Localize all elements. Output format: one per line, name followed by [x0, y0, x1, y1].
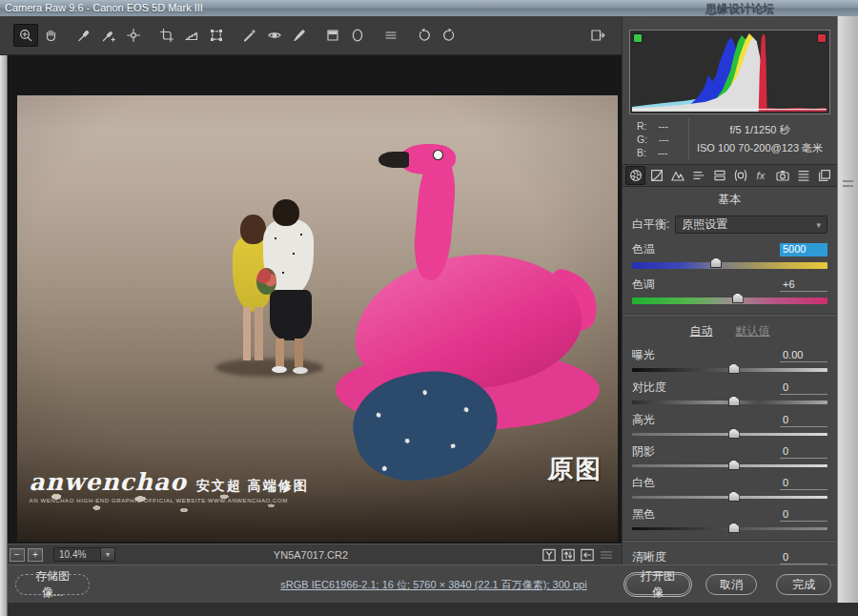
zoom-in-button[interactable]: +	[28, 548, 43, 562]
tab-camera-calibration-icon[interactable]	[772, 166, 792, 185]
window-bottom-edge	[0, 603, 858, 616]
woman-hair-graphic	[240, 215, 265, 243]
slider-value-field[interactable]: 0	[780, 508, 827, 522]
slider-track[interactable]	[632, 527, 827, 530]
panel-title: 基本	[623, 192, 837, 208]
white-balance-select[interactable]: 原照设置 ▾	[675, 216, 827, 234]
graduated-filter-icon[interactable]	[320, 24, 345, 47]
slider-track[interactable]	[632, 368, 827, 372]
rotate-left-icon[interactable]	[412, 24, 437, 47]
slider-thumb[interactable]	[728, 460, 740, 470]
targeted-adjustment-icon[interactable]	[121, 24, 146, 47]
preview-mode-icon[interactable]	[541, 547, 557, 562]
slider-value-field[interactable]: 0	[780, 381, 827, 395]
crop-icon[interactable]	[154, 24, 179, 47]
tab-snapshots-icon[interactable]	[814, 166, 834, 185]
highlight-clip-toggle[interactable]	[817, 33, 827, 43]
slider-track[interactable]	[632, 464, 827, 467]
slider-value-field[interactable]: 0	[780, 445, 827, 459]
zoom-level-select[interactable]: 10.4%	[53, 547, 101, 562]
rotate-right-icon[interactable]	[437, 24, 461, 47]
filename-label: YN5A7017.CR2	[274, 549, 348, 561]
histogram-chart	[630, 31, 829, 113]
slider-value-field[interactable]: 0	[780, 477, 827, 490]
tab-detail-icon[interactable]	[667, 166, 687, 185]
tone-sliders: 曝光0.00对比度0高光0阴影0白色0黑色0	[632, 347, 827, 530]
slider-value-field[interactable]: 0	[780, 551, 827, 565]
slider-track[interactable]	[632, 262, 827, 269]
slider-value-field[interactable]: +6	[780, 278, 827, 292]
scrollbar-grip[interactable]	[843, 180, 853, 187]
workflow-options-link[interactable]: sRGB IEC61966-2.1; 16 位; 5760 × 3840 (22…	[280, 578, 586, 592]
shadow-clip-toggle[interactable]	[633, 33, 643, 43]
tab-hsl-icon[interactable]	[688, 166, 708, 185]
aperture-shutter-label: f/5 1/1250 秒	[730, 123, 790, 137]
transform-icon[interactable]	[204, 24, 229, 47]
photo-preview[interactable]: 原图 anwenchao 安文超 高端修图 AN WENCHAO HIGH-EN…	[17, 95, 618, 542]
adjustment-brush-icon[interactable]	[287, 24, 312, 47]
camera-raw-window: Camera Raw 9.6 - Canon EOS 5D Mark III 思…	[0, 0, 858, 616]
open-image-button[interactable]: 打开图像	[625, 574, 690, 595]
slider-value-field[interactable]: 5000	[780, 243, 827, 257]
save-image-button[interactable]: 存储图像...	[15, 574, 90, 595]
slider-thumb[interactable]	[728, 491, 740, 502]
slider-label: 黑色	[632, 506, 655, 523]
slider-thumb[interactable]	[710, 257, 722, 268]
tab-basic-icon[interactable]	[625, 166, 645, 185]
panel-scrollbar[interactable]	[837, 16, 858, 603]
red-eye-icon[interactable]	[262, 24, 287, 47]
white-balance-label: 白平衡:	[632, 216, 669, 233]
tab-split-toning-icon[interactable]	[709, 166, 729, 185]
cancel-button[interactable]: 取消	[705, 574, 757, 595]
shooting-info: f/5 1/1250 秒 ISO 100 70-200@123 毫米	[688, 118, 830, 160]
color-sampler-icon[interactable]	[96, 24, 121, 47]
straighten-icon[interactable]	[179, 24, 204, 47]
slider-row: 对比度0	[632, 380, 827, 396]
title-bar[interactable]: Camera Raw 9.6 - Canon EOS 5D Mark III 思…	[0, 0, 858, 16]
adjustments-panel: R:--- G:--- B:--- f/5 1/1250 秒 ISO 100 7…	[622, 16, 837, 565]
slider-track[interactable]	[632, 400, 827, 404]
zoom-level-chevron-icon[interactable]: ▾	[101, 547, 115, 562]
preferences-icon[interactable]	[378, 24, 403, 47]
slider-track[interactable]	[632, 298, 827, 304]
auto-link[interactable]: 自动	[690, 323, 713, 339]
spot-removal-icon[interactable]	[237, 24, 262, 47]
svg-text:fx: fx	[756, 170, 765, 181]
hand-icon[interactable]	[38, 24, 63, 47]
couple-shadow-graphic	[215, 359, 323, 377]
swap-settings-icon[interactable]	[560, 547, 576, 562]
chevron-down-icon: ▾	[816, 220, 821, 230]
tab-presets-icon[interactable]	[793, 166, 813, 185]
histogram[interactable]	[629, 30, 830, 114]
slider-label: 曝光	[632, 347, 655, 363]
slider-thumb[interactable]	[728, 363, 740, 374]
slider-row: 阴影0	[632, 443, 827, 460]
tab-lens-corrections-icon[interactable]	[730, 166, 750, 185]
slider-label: 清晰度	[632, 549, 666, 565]
preview-menu-icon[interactable]	[598, 547, 614, 562]
copy-settings-icon[interactable]	[579, 547, 595, 562]
radial-filter-icon[interactable]	[345, 24, 370, 47]
woman-leg-graphic	[243, 307, 251, 360]
slider-track[interactable]	[632, 496, 827, 499]
toolbar	[0, 16, 622, 55]
divider	[623, 540, 837, 542]
slider-thumb[interactable]	[728, 523, 740, 533]
slider-value-field[interactable]: 0.00	[780, 349, 827, 362]
slider-thumb[interactable]	[732, 293, 744, 303]
done-button[interactable]: 完成	[776, 574, 831, 595]
slider-label: 色温	[632, 241, 655, 257]
slider-thumb[interactable]	[728, 428, 740, 439]
tab-tone-curve-icon[interactable]	[646, 166, 666, 185]
slider-thumb[interactable]	[728, 396, 740, 406]
slider-value-field[interactable]: 0	[780, 414, 827, 427]
zoom-out-button[interactable]: −	[10, 548, 25, 562]
default-link[interactable]: 默认值	[736, 323, 770, 339]
slider-label: 阴影	[632, 443, 655, 460]
toggle-fullscreen-icon[interactable]	[585, 24, 610, 47]
tab-effects-icon[interactable]: fx	[751, 166, 771, 185]
man-leg-graphic	[276, 339, 284, 367]
zoom-icon[interactable]	[13, 24, 38, 47]
slider-track[interactable]	[632, 433, 827, 436]
white-balance-icon[interactable]	[72, 24, 96, 47]
